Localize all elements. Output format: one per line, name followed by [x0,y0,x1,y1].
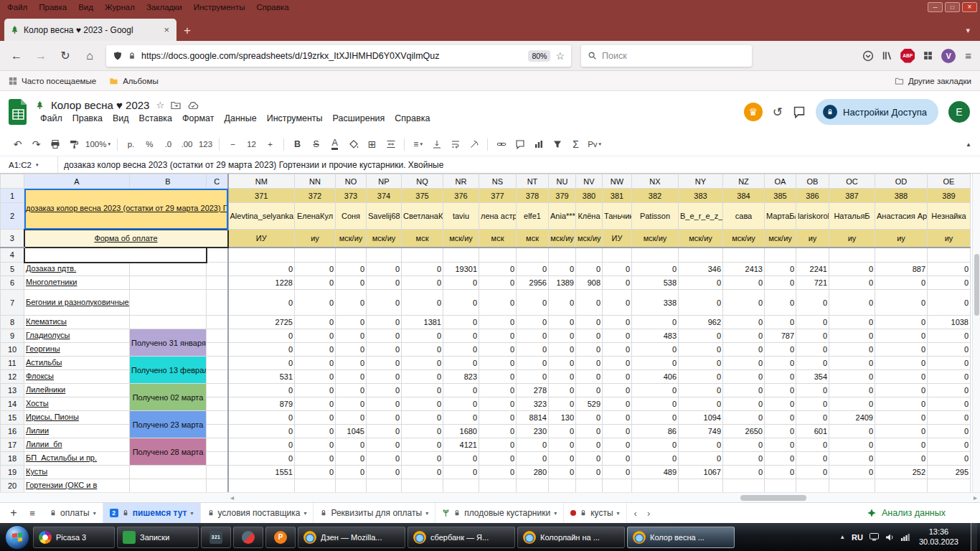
cell-7-OC[interactable]: 0 [829,290,875,316]
cell-7-NR[interactable]: 0 [443,290,479,316]
cell-19-NR[interactable]: 0 [443,466,479,479]
page-zoom-badge[interactable]: 80% [528,50,550,62]
cell-3-OB[interactable]: иу [796,230,829,248]
new-tab-button[interactable]: + [176,24,198,41]
cell-15-NW[interactable]: 0 [603,411,632,425]
row-label-19[interactable]: Кусты [24,466,130,479]
search-bar[interactable]: Поиск [581,45,752,67]
cell-10-OE[interactable]: 0 [928,343,971,357]
cell-6-NO[interactable]: 0 [336,276,367,290]
cell-5-B[interactable] [130,263,207,276]
cell-6-NX[interactable]: 538 [632,276,679,290]
cell-15-NX[interactable]: 0 [632,411,679,425]
cell-5-NN[interactable]: 0 [295,263,336,276]
decrease-font-button[interactable]: − [224,136,242,153]
cell-9-NW[interactable]: 0 [603,329,632,343]
menu-Правка[interactable]: Правка [33,1,72,13]
row-label-14[interactable]: Хосты [24,397,130,411]
document-status-cloud-icon[interactable] [187,101,199,110]
cell-20-OB[interactable] [796,479,829,493]
cell-15-NP[interactable]: 0 [367,411,402,425]
cell-3-OC[interactable]: иу [829,230,875,248]
cell-6-OD[interactable]: 0 [875,276,928,290]
row-header-13[interactable]: 13 [1,384,24,397]
borders-button[interactable]: ⊞ [363,136,381,153]
cell-20-OE[interactable] [928,479,971,493]
cell-2-NQ[interactable]: СветланаК [402,203,443,230]
comments-icon[interactable] [793,105,806,118]
cell-15-NZ[interactable]: 0 [723,411,765,425]
cell-16-NV[interactable]: 0 [576,425,603,438]
cell-9-OD[interactable]: 0 [875,329,928,343]
sheets-menu-Формат[interactable]: Формат [177,112,219,125]
cell-10-OC[interactable]: 0 [829,343,875,357]
increase-decimals-button[interactable]: .00 [178,136,196,153]
cell-13-NN[interactable]: 0 [295,384,336,397]
move-folder-icon[interactable] [171,101,181,110]
cell-7-NP[interactable]: 0 [367,290,402,316]
taskbar-item-punto-4[interactable]: P [265,527,296,548]
cell-18-NQ[interactable]: 0 [402,452,443,466]
cell-17-NS[interactable]: 0 [479,438,517,452]
cell-10-NY[interactable]: 0 [679,343,723,357]
cell-12-OA[interactable]: 0 [765,370,796,384]
cell-16-NU[interactable]: 0 [549,425,576,438]
vertical-scrollbar[interactable] [972,174,980,492]
cell-14-NX[interactable]: 0 [632,397,679,411]
cell-6-NV[interactable]: 908 [576,276,603,290]
cell-19-NO[interactable]: 0 [336,466,367,479]
status-cell-9[interactable]: Получено 31 января [130,329,207,357]
cell-4-NU[interactable] [549,248,576,263]
cell-18-NS[interactable]: 0 [479,452,517,466]
col-header-OD[interactable]: OD [875,174,928,189]
volume-icon[interactable] [885,533,895,542]
cell-18-NW[interactable]: 0 [603,452,632,466]
cell-10-NO[interactable]: 0 [336,343,367,357]
row-header-14[interactable]: 14 [1,397,24,411]
bookmark-frequent[interactable]: Часто посещаемые [9,77,96,85]
cell-1-NV[interactable]: 380 [576,189,603,203]
cell-11-NW[interactable]: 0 [603,357,632,370]
increase-font-button[interactable]: + [261,136,279,153]
menu-Закладки[interactable]: Закладки [141,1,188,13]
cell-5-NW[interactable]: 0 [603,263,632,276]
cell-9-OA[interactable]: 787 [765,329,796,343]
col-header-C[interactable]: C [207,174,228,189]
cell-14-C[interactable] [207,397,228,411]
cell-17-NP[interactable]: 0 [367,438,402,452]
cell-11-NR[interactable]: 0 [443,357,479,370]
cell-4-NZ[interactable] [723,248,765,263]
cell-3-OD[interactable]: иу [875,230,928,248]
cell-6-NS[interactable]: 0 [479,276,517,290]
row-header-12[interactable]: 12 [1,370,24,384]
cell-12-NQ[interactable]: 0 [402,370,443,384]
cell-18-NN[interactable]: 0 [295,452,336,466]
cell-10-NV[interactable]: 0 [576,343,603,357]
cell-1-NQ[interactable]: 375 [402,189,443,203]
cell-20-NQ[interactable] [402,479,443,493]
taskbar-item-Picasa-3[interactable]: Picasa 3 [33,527,115,548]
strikethrough-button[interactable]: S [307,136,325,153]
cell-2-NO[interactable]: Соня [336,203,367,230]
cell-9-NP[interactable]: 0 [367,329,402,343]
cell-11-NM[interactable]: 0 [228,357,295,370]
cell-2-NY[interactable]: B_e_r_e_z_k_a [679,203,723,230]
cell-10-OB[interactable]: 0 [796,343,829,357]
cell-11-OC[interactable]: 0 [829,357,875,370]
crown-badge[interactable]: ♛ [744,103,763,121]
cell-4-OD[interactable] [875,248,928,263]
col-header-NP[interactable]: NP [367,174,402,189]
cell-2-NW[interactable]: Таньчик [603,203,632,230]
cell-10-NR[interactable]: 0 [443,343,479,357]
row-header-5[interactable]: 5 [1,263,24,276]
cell-14-OD[interactable]: 0 [875,397,928,411]
cell-6-C[interactable] [207,276,228,290]
redo-button[interactable]: ↷ [27,136,45,153]
status-cell-13[interactable]: Получено 02 марта [130,384,207,411]
cell-16-NS[interactable]: 0 [479,425,517,438]
cell-17-NU[interactable]: 0 [549,438,576,452]
cell-12-OB[interactable]: 354 [796,370,829,384]
insert-comment-button[interactable] [511,136,529,153]
cell-2-OA[interactable]: МартаБ/2 [765,203,796,230]
filter-views-button[interactable]: Рv▾ [585,136,603,153]
